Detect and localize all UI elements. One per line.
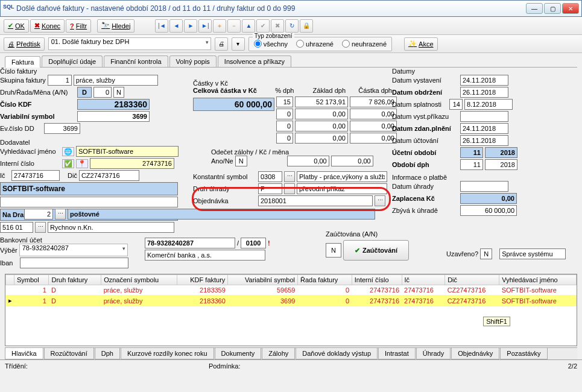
rada-input[interactable] [93, 87, 112, 98]
ucet-kod[interactable] [241, 238, 266, 248]
dic-input[interactable] [79, 170, 139, 181]
col-oznaceni[interactable]: Označení symbolu [101, 275, 177, 285]
tab-doplnujici[interactable]: Doplňující údaje [42, 55, 103, 67]
uzavreno-input[interactable] [480, 248, 492, 259]
nav-add-button[interactable]: ＋ [213, 19, 226, 33]
minimize-button[interactable]: — [526, 3, 543, 14]
col-interni[interactable]: Interní číslo [352, 275, 402, 285]
zip-lookup-button[interactable]: ⋯ [35, 222, 46, 233]
zaklad-3[interactable] [295, 121, 348, 131]
nav-confirm-button[interactable]: ✔ [256, 19, 270, 33]
popis-text-input[interactable] [68, 209, 375, 220]
btab-danove[interactable]: Daňové doklady výstup [296, 348, 378, 359]
maximize-button[interactable]: ▢ [544, 3, 561, 14]
objednavka-input[interactable] [258, 195, 373, 206]
dph-pct-1[interactable] [276, 96, 293, 107]
print-button[interactable]: 🖨 [215, 37, 228, 51]
nav-lock-button[interactable]: 🔒 [300, 19, 313, 33]
objednavka-lookup[interactable]: ⋯ [375, 195, 385, 206]
datum-obdrzeni-input[interactable] [460, 87, 508, 98]
celkova-castka-input[interactable] [193, 98, 274, 111]
vyhledavaci-jmeno-input[interactable] [76, 146, 179, 157]
castka-1[interactable] [350, 96, 397, 107]
skupina-faktury-text[interactable] [74, 75, 158, 86]
table-row[interactable]: 1 D práce, služby 2183359 59659 0 274737… [6, 285, 577, 296]
addr-name[interactable] [0, 182, 178, 195]
addr-zip[interactable] [0, 222, 33, 233]
check-marker-icon[interactable]: ✅ [62, 159, 74, 168]
interni-cislo-input[interactable] [90, 158, 174, 169]
datum-vyst-prikazu-input[interactable] [460, 111, 508, 122]
zaklad-4[interactable] [295, 133, 348, 144]
btab-uhrady[interactable]: Úhrady [416, 348, 451, 359]
addr-city[interactable] [48, 222, 174, 233]
popis-num-input[interactable] [24, 209, 53, 220]
druh-uhrady-lookup[interactable]: ⋯ [284, 183, 295, 194]
castka-4[interactable] [350, 133, 397, 144]
ic-input[interactable] [11, 170, 60, 181]
tab-financni[interactable]: Finanční kontrola [104, 55, 168, 67]
nav-cancel-button[interactable]: ✖ [271, 19, 284, 33]
arrow-down-button[interactable]: ▾ [232, 37, 245, 51]
btab-hlavicka[interactable]: Hlavička [5, 348, 43, 359]
odecet-v1[interactable] [287, 156, 329, 166]
zaplacena-kc-input[interactable] [460, 193, 517, 204]
ucetni-obdobi-y[interactable] [485, 147, 517, 158]
datum-vystaveni-input[interactable] [460, 75, 508, 86]
obdobi-dph-y[interactable] [485, 159, 517, 170]
col-symbol[interactable]: Symbol [14, 275, 49, 285]
filtr-button[interactable]: ?Filtr [66, 19, 91, 33]
addr-blank[interactable] [0, 197, 178, 207]
ucetni-obdobi-m[interactable] [460, 147, 483, 158]
nav-refresh-button[interactable]: ↻ [285, 19, 299, 33]
predtisk-button[interactable]: 🖨Předtisk [4, 37, 45, 51]
vyber-combo[interactable]: 78-9328240287 [19, 244, 128, 256]
radio-uhrazene[interactable]: uhrazené [296, 40, 334, 48]
btab-intrastat[interactable]: Intrastat [378, 348, 416, 359]
btab-rozuctovani[interactable]: Rozúčtování [44, 348, 94, 359]
variabilni-symbol-input[interactable] [77, 111, 150, 122]
mena-input[interactable] [113, 87, 124, 98]
nav-first-button[interactable]: |◄ [155, 19, 168, 33]
datum-splatnosti-input[interactable] [464, 99, 513, 110]
col-var[interactable]: Variabilní symbol [228, 275, 298, 285]
col-rada[interactable]: Řada faktury [297, 275, 352, 285]
table-row[interactable]: ▸ 1 D práce, služby 2183360 3699 0 27473… [6, 296, 577, 306]
col-kdf[interactable]: KDF faktury [177, 275, 228, 285]
datum-zdan-plneni-input[interactable] [460, 123, 508, 134]
predtisk-combo[interactable]: 01. Došlé faktury bez DPH [48, 37, 211, 50]
zaklad-1[interactable] [295, 96, 348, 107]
datum-uctovani-input[interactable] [460, 135, 508, 146]
dph-pct-3[interactable] [276, 121, 293, 131]
nav-last-button[interactable]: ►| [198, 19, 212, 33]
druh-uhrady-input[interactable] [258, 183, 282, 194]
datum-splatnosti-days[interactable] [449, 99, 463, 110]
radio-neuhrazene[interactable]: neuhrazené [342, 40, 387, 48]
nav-up-button[interactable]: ▲ [242, 19, 255, 33]
druh-input[interactable] [77, 87, 92, 98]
tab-faktura[interactable]: Faktura [5, 56, 40, 68]
obdobi-dph-m[interactable] [460, 159, 483, 170]
btab-dph[interactable]: Dph [95, 348, 120, 359]
red-pin-icon[interactable]: 📍 [76, 159, 88, 168]
btab-pozastavky[interactable]: Pozastávky [500, 348, 547, 359]
konec-button[interactable]: ✖Konec [30, 19, 65, 33]
ok-button[interactable]: ✔OK [4, 19, 29, 33]
col-vyhl[interactable]: Vyhledávací jméno [499, 275, 577, 285]
col-ic[interactable]: Ič [402, 275, 445, 285]
odecet-an-input[interactable] [235, 156, 247, 166]
zauctovani-button[interactable]: ✔Zaúčtování [343, 240, 409, 261]
radio-vsechny[interactable]: všechny [254, 40, 288, 48]
window-close-button[interactable]: ✕ [562, 3, 579, 14]
castka-2[interactable] [350, 109, 397, 119]
nav-next-button[interactable]: ► [184, 19, 197, 33]
dph-pct-4[interactable] [276, 133, 293, 144]
odecet-v2[interactable] [331, 156, 373, 166]
hledej-button[interactable]: 🔭Hledej [97, 19, 134, 33]
konst-symbol-lookup[interactable]: ⋯ [284, 171, 295, 182]
castka-3[interactable] [350, 121, 397, 131]
popis-lookup[interactable]: ⋯ [55, 209, 66, 220]
dph-pct-2[interactable] [276, 109, 293, 119]
datum-uhrady-input[interactable] [460, 181, 508, 192]
btab-dokumenty[interactable]: Dokumenty [215, 348, 262, 359]
